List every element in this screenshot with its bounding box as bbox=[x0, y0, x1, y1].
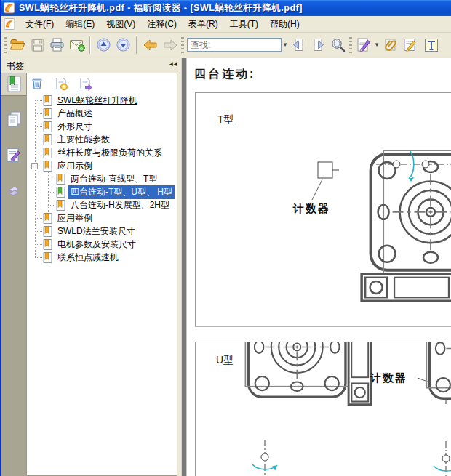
tree-stub bbox=[48, 179, 55, 179]
save-floppy-icon bbox=[30, 37, 46, 53]
bookmarks-tree: SWL蜗轮丝杆升降机 产品概述 外形尺寸 主要性能参数 丝杆长度与极限负荷的关系… bbox=[27, 94, 177, 475]
menu-bar: 文件(F) 编辑(E) 视图(V) 注释(C) 表单(R) 工具(T) 帮助(H… bbox=[1, 16, 451, 33]
forward-arrow-icon bbox=[161, 36, 179, 54]
email-envelope-icon: e bbox=[68, 36, 86, 54]
find-next-button[interactable] bbox=[308, 35, 328, 55]
attach-file-button[interactable] bbox=[380, 35, 400, 55]
menu-help[interactable]: 帮助(H) bbox=[264, 16, 306, 33]
find-previous-button[interactable] bbox=[289, 35, 308, 55]
expand-bookmark-button[interactable] bbox=[78, 76, 92, 91]
page-down-icon bbox=[115, 36, 132, 53]
bookmark-item[interactable]: 丝杆长度与极限负荷的关系 bbox=[43, 146, 164, 159]
zoom-tool-button[interactable] bbox=[328, 35, 348, 55]
collapse-expander[interactable] bbox=[31, 163, 38, 169]
note-tool-button[interactable] bbox=[354, 35, 373, 55]
bookmark-goto-icon bbox=[79, 77, 92, 91]
bookmark-item[interactable]: 主要性能参数 bbox=[43, 133, 112, 146]
toolbar-separator bbox=[136, 36, 137, 54]
tree-stub bbox=[35, 140, 42, 140]
bookmark-label: 联系恒点减速机 bbox=[55, 251, 121, 265]
open-folder-icon bbox=[9, 36, 26, 53]
bookmark-item[interactable]: 应用示例 bbox=[43, 159, 95, 172]
bookmark-item[interactable]: 两台连动-直线型、T型 bbox=[56, 172, 159, 185]
pencil-tool-button[interactable] bbox=[400, 35, 420, 55]
email-button[interactable]: e bbox=[67, 35, 87, 55]
tree-stub bbox=[35, 218, 42, 219]
typewriter-tool-button[interactable] bbox=[421, 35, 441, 55]
bookmark-item[interactable]: SWLD法兰安装尺寸 bbox=[43, 225, 137, 238]
comments-panel-icon bbox=[5, 147, 23, 164]
menu-comments[interactable]: 注释(C) bbox=[141, 16, 183, 33]
menu-forms[interactable]: 表单(R) bbox=[183, 16, 224, 33]
save-button[interactable] bbox=[28, 35, 47, 55]
toolbar-grip[interactable] bbox=[181, 37, 184, 53]
foxit-reader-window: SWL蜗轮丝杆升降机.pdf - 福昕阅读器 - [SWL蜗轮丝杆升降机.pdf… bbox=[0, 0, 451, 476]
note-tool-dropdown-arrow[interactable]: ▼ bbox=[373, 41, 380, 48]
menu-view[interactable]: 视图(V) bbox=[100, 16, 141, 33]
magnifier-icon bbox=[330, 36, 347, 54]
menu-tools[interactable]: 工具(T) bbox=[224, 16, 264, 33]
add-bookmark-button[interactable] bbox=[54, 76, 68, 91]
bookmark-label: SWL蜗轮丝杆升降机 bbox=[55, 94, 140, 108]
navigation-panel-strip bbox=[1, 73, 26, 476]
window-title: SWL蜗轮丝杆升降机.pdf - 福昕阅读器 - [SWL蜗轮丝杆升降机.pdf… bbox=[19, 2, 303, 15]
document-view[interactable]: 四台连动: T型 bbox=[187, 58, 451, 476]
find-previous-icon bbox=[290, 36, 307, 53]
bookmark-label: 电机参数及安装尺寸 bbox=[55, 238, 138, 251]
bookmark-label: 八台连动-H发展型、2H型 bbox=[68, 198, 172, 212]
go-back-button[interactable] bbox=[140, 35, 160, 55]
u-type-diagram bbox=[196, 342, 451, 476]
comments-tab[interactable] bbox=[3, 144, 25, 167]
document-menu-icon[interactable] bbox=[4, 18, 15, 30]
toolbar-grip[interactable] bbox=[4, 37, 7, 53]
bookmark-item[interactable]: 联系恒点减速机 bbox=[43, 251, 121, 264]
toolbar-separator bbox=[89, 36, 91, 54]
bookmark-label: 产品概述 bbox=[55, 107, 95, 121]
bookmark-item[interactable]: SWL蜗轮丝杆升降机 bbox=[43, 94, 140, 107]
bookmarks-panel: SWL蜗轮丝杆升降机 产品概述 外形尺寸 主要性能参数 丝杆长度与极限负荷的关系… bbox=[26, 73, 177, 476]
page-up-icon bbox=[95, 36, 112, 53]
next-page-button[interactable] bbox=[113, 35, 133, 55]
menu-edit[interactable]: 编辑(E) bbox=[60, 16, 100, 33]
print-button[interactable] bbox=[47, 35, 67, 55]
layers-panel-icon bbox=[5, 184, 23, 200]
bookmark-label: 四台连动-T型、U型、 H型 bbox=[68, 185, 175, 199]
bookmark-item[interactable]: 外形尺寸 bbox=[43, 120, 95, 133]
panel-splitter[interactable] bbox=[181, 58, 187, 476]
bookmark-item[interactable]: 应用举例 bbox=[43, 211, 95, 225]
pencil-note-icon bbox=[402, 36, 419, 54]
collapse-panel-button[interactable]: ◄◄ bbox=[168, 61, 177, 68]
bookmark-item[interactable]: 产品概述 bbox=[43, 107, 95, 120]
tree-stub bbox=[35, 257, 42, 258]
page-heading: 四台连动: bbox=[194, 67, 255, 82]
workspace: 书签 ◄◄ bbox=[1, 58, 451, 476]
figure-u-type: U型 计数器 bbox=[195, 342, 451, 476]
delete-bookmark-button[interactable] bbox=[30, 76, 44, 91]
find-dropdown-arrow[interactable]: ▼ bbox=[282, 41, 289, 48]
pages-panel-icon bbox=[6, 110, 22, 128]
title-bar[interactable]: SWL蜗轮丝杆升降机.pdf - 福昕阅读器 - [SWL蜗轮丝杆升降机.pdf… bbox=[1, 0, 451, 16]
find-input[interactable] bbox=[187, 38, 282, 52]
tree-stub bbox=[35, 153, 42, 153]
previous-page-button[interactable] bbox=[94, 35, 113, 55]
main-toolbar: e bbox=[1, 33, 451, 57]
bookmark-item[interactable]: 八台连动-H发展型、2H型 bbox=[56, 198, 172, 211]
bookmark-item[interactable]: 电机参数及安装尺寸 bbox=[43, 238, 138, 251]
menu-file[interactable]: 文件(F) bbox=[20, 16, 60, 33]
bookmark-item-selected[interactable]: 四台连动-T型、U型、 H型 bbox=[56, 185, 175, 198]
go-forward-button[interactable] bbox=[160, 35, 180, 55]
bookmarks-panel-icon bbox=[6, 76, 22, 93]
bookmarks-tab[interactable] bbox=[1, 73, 26, 96]
tree-stub bbox=[35, 231, 42, 232]
bookmarks-panel-title: 书签 bbox=[7, 61, 24, 71]
toolbar-grip[interactable] bbox=[349, 37, 352, 53]
add-bookmark-icon bbox=[55, 77, 68, 91]
tree-line bbox=[35, 100, 36, 258]
find-next-icon bbox=[310, 36, 327, 53]
layers-tab[interactable] bbox=[3, 180, 25, 203]
open-button[interactable] bbox=[8, 35, 28, 55]
figure-t-type: T型 计数器 bbox=[195, 92, 451, 327]
tree-stub bbox=[35, 100, 42, 101]
pages-tab[interactable] bbox=[3, 108, 25, 131]
bookmark-label: 主要性能参数 bbox=[55, 133, 112, 147]
